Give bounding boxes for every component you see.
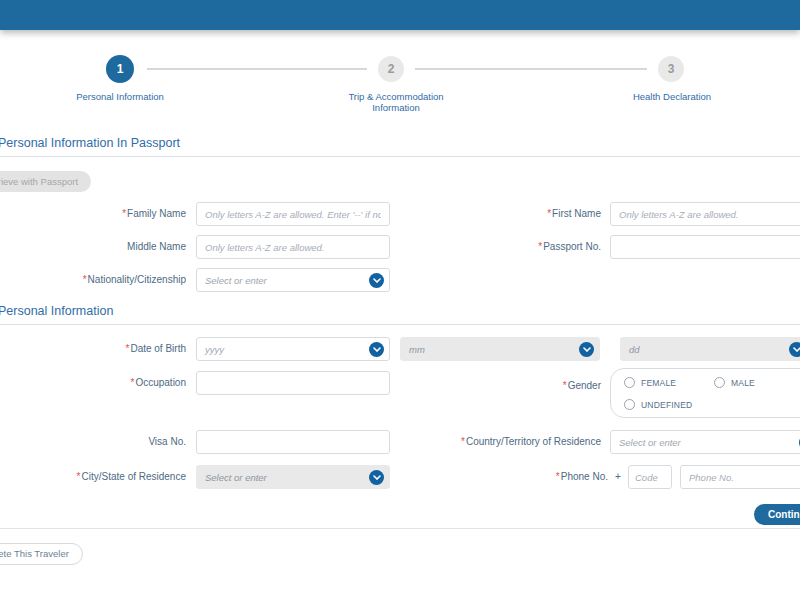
stepper-label-trip-accommodation: Trip & Accommodation Information	[334, 91, 458, 113]
phone-no-label: *Phone No.	[430, 471, 608, 482]
chevron-down-icon	[369, 342, 384, 357]
gender-undefined-label: UNDEFINED	[641, 400, 692, 410]
birth-year-select[interactable]: yyyy	[196, 337, 390, 361]
health-declaration-form-page: 1 2 3 Personal Information Trip & Accomm…	[0, 0, 800, 600]
radio-unchecked-icon	[714, 377, 725, 388]
required-asterisk: *	[122, 208, 126, 219]
retrieve-with-passport-button[interactable]: Retrieve with Passport	[0, 171, 91, 192]
country-residence-placeholder: Select or enter	[619, 437, 681, 448]
continue-button[interactable]: Continue	[754, 504, 800, 525]
gender-male-label: MALE	[731, 378, 755, 388]
phone-plus-prefix: +	[615, 471, 621, 482]
section-title-passport-info: Personal Information In Passport	[0, 136, 180, 150]
nationality-select-placeholder: Select or enter	[205, 275, 267, 286]
chevron-down-icon	[369, 470, 384, 485]
required-asterisk: *	[83, 274, 87, 285]
family-name-label: *Family Name	[0, 208, 186, 219]
nationality-select[interactable]: Select or enter	[196, 268, 390, 292]
required-asterisk: *	[126, 343, 130, 354]
stepper-step-3[interactable]: 3	[658, 56, 684, 82]
required-asterisk: *	[131, 377, 135, 388]
stepper-label-health-declaration: Health Declaration	[592, 91, 752, 102]
top-header-bar	[0, 0, 800, 30]
first-name-label: *First Name	[400, 208, 601, 219]
passport-no-label: *Passport No.	[400, 241, 601, 252]
section-divider	[0, 156, 800, 157]
visa-no-input[interactable]	[196, 430, 390, 454]
gender-option-undefined[interactable]: UNDEFINED	[624, 399, 692, 410]
family-name-input[interactable]	[196, 202, 390, 226]
delete-this-traveler-button[interactable]: Delete This Traveler	[0, 543, 83, 565]
gender-female-label: FEMALE	[641, 378, 676, 388]
birth-day-placeholder: dd	[629, 344, 640, 355]
gender-radio-group	[610, 368, 800, 418]
step-2-number: 2	[388, 62, 395, 76]
required-asterisk: *	[77, 471, 81, 482]
phone-number-input[interactable]	[680, 465, 800, 489]
required-asterisk: *	[563, 380, 567, 391]
occupation-input[interactable]	[196, 371, 390, 395]
city-residence-select[interactable]: Select or enter	[196, 465, 390, 489]
phone-code-input[interactable]	[628, 465, 672, 489]
radio-unchecked-icon	[624, 377, 635, 388]
required-asterisk: *	[538, 241, 542, 252]
step-1-number: 1	[117, 62, 124, 76]
middle-name-input[interactable]	[196, 235, 390, 259]
country-residence-label: *Country/Territory of Residence	[400, 436, 601, 447]
radio-unchecked-icon	[624, 399, 635, 410]
chevron-down-icon	[789, 342, 800, 357]
occupation-label: *Occupation	[0, 377, 186, 388]
nationality-label: *Nationality/Citizenship	[0, 274, 186, 285]
birth-day-select[interactable]: dd	[620, 337, 800, 361]
section-title-personal-info: Personal Information	[0, 304, 113, 318]
gender-option-male[interactable]: MALE	[714, 377, 755, 388]
stepper-label-personal-information: Personal Information	[40, 91, 200, 102]
step-3-number: 3	[668, 62, 675, 76]
stepper-step-1[interactable]: 1	[106, 55, 134, 83]
card-bottom-divider	[0, 528, 800, 529]
stepper-connector-2	[415, 68, 647, 70]
required-asterisk: *	[461, 436, 465, 447]
stepper-connector-1	[147, 68, 367, 70]
chevron-down-icon	[579, 342, 594, 357]
gender-label: *Gender	[400, 380, 601, 391]
city-residence-label: *City/State of Residence	[0, 471, 186, 482]
first-name-input[interactable]	[610, 202, 800, 226]
required-asterisk: *	[556, 471, 560, 482]
gender-option-female[interactable]: FEMALE	[624, 377, 676, 388]
passport-no-input[interactable]	[610, 235, 800, 259]
birth-month-placeholder: mm	[409, 344, 425, 355]
date-of-birth-label: *Date of Birth	[0, 343, 186, 354]
birth-year-placeholder: yyyy	[205, 344, 224, 355]
visa-no-label: Visa No.	[0, 436, 186, 447]
middle-name-label: Middle Name	[0, 241, 186, 252]
stepper-step-2[interactable]: 2	[378, 56, 404, 82]
country-residence-select[interactable]: Select or enter	[610, 430, 800, 454]
city-residence-placeholder: Select or enter	[205, 472, 267, 483]
birth-month-select[interactable]: mm	[400, 337, 600, 361]
section-divider	[0, 324, 800, 325]
chevron-down-icon	[369, 273, 384, 288]
required-asterisk: *	[547, 208, 551, 219]
